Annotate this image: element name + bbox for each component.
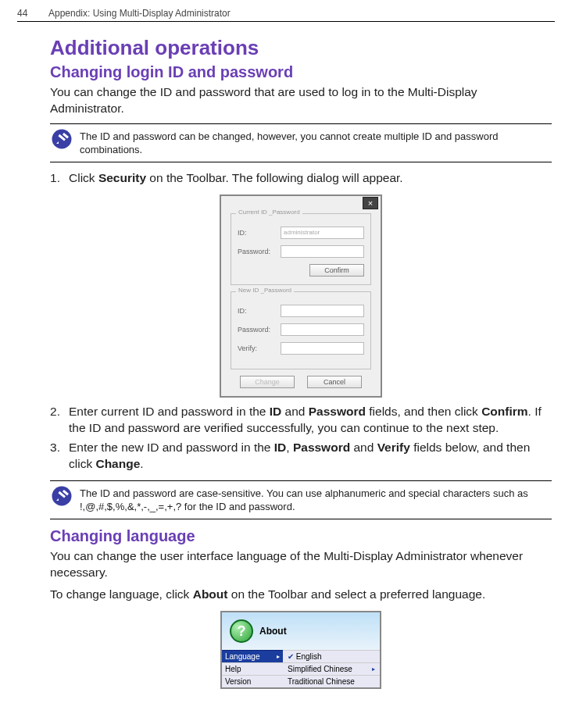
- submenu-item-sc[interactable]: Simplified Chinese ▸: [283, 662, 380, 675]
- security-dialog: × Current ID _Password ID: administrator…: [220, 194, 382, 398]
- t: fields, and then click: [366, 405, 481, 418]
- new-id-label: ID:: [238, 307, 281, 315]
- page-header: 44 Appendix: Using Multi-Display Adminis…: [17, 8, 555, 19]
- step1-pre: Click: [69, 171, 98, 184]
- t: About: [193, 587, 228, 601]
- chevron-right-icon: ▸: [372, 666, 375, 673]
- close-icon[interactable]: ×: [363, 197, 378, 209]
- t: To change language, click: [50, 587, 193, 601]
- t: Verify: [377, 441, 410, 454]
- verify-label: Verify:: [238, 344, 281, 352]
- note-text-2: The ID and password are case-sensitive. …: [80, 486, 552, 514]
- t: Enter current ID and password in the: [69, 405, 270, 418]
- new-id-group-title: New ID _Password: [236, 287, 294, 294]
- current-id-group: Current ID _Password ID: administrator P…: [231, 213, 371, 285]
- step1-post: on the Toolbar. The following dialog wil…: [146, 171, 403, 184]
- current-id-group-title: Current ID _Password: [236, 209, 302, 216]
- step-2: Enter current ID and password in the ID …: [50, 404, 552, 437]
- t: Change: [95, 457, 140, 470]
- t: Password: [293, 441, 350, 454]
- t: Confirm: [481, 405, 527, 418]
- submenu-item-tc[interactable]: Traditional Chinese: [283, 675, 380, 687]
- steps-list-cont: Enter current ID and password in the ID …: [50, 404, 552, 473]
- new-id-group: New ID _Password ID: Password: Verify:: [231, 291, 371, 369]
- note-text-1: The ID and password can be changed, howe…: [80, 129, 552, 157]
- verify-field[interactable]: [281, 342, 364, 355]
- t: Simplified Chinese: [288, 665, 352, 673]
- steps-list: Click Security on the Toolbar. The follo…: [50, 170, 552, 187]
- id-field[interactable]: administrator: [281, 227, 364, 239]
- confirm-button[interactable]: Confirm: [309, 264, 364, 277]
- check-icon: ✔: [288, 652, 294, 661]
- t: on the Toolbar and select a preferred la…: [227, 587, 485, 601]
- about-menu: ? About Language ▸ ✔ English Help Simpli…: [220, 611, 381, 689]
- t: .: [140, 457, 143, 470]
- id-label: ID:: [238, 229, 281, 237]
- lang-p2: To change language, click About on the T…: [50, 587, 552, 603]
- t: ID: [274, 441, 287, 454]
- t: Enter the new ID and password in the: [69, 441, 274, 454]
- running-title: Appendix: Using Multi-Display Administra…: [48, 8, 231, 19]
- t: Password: [309, 405, 366, 418]
- about-menu-figure: ? About Language ▸ ✔ English Help Simpli…: [50, 611, 552, 689]
- pencil-icon: [52, 486, 72, 506]
- change-button[interactable]: Change: [240, 376, 295, 388]
- about-label: About: [259, 626, 287, 637]
- step1-bold: Security: [98, 171, 146, 184]
- t: ID: [270, 405, 282, 418]
- step-3: Enter the new ID and password in the ID,…: [50, 440, 552, 473]
- menu-item-version[interactable]: Version: [222, 675, 283, 687]
- t: and: [350, 441, 377, 454]
- menu-item-language[interactable]: Language ▸: [222, 650, 283, 662]
- t: ,: [286, 441, 293, 454]
- password-field[interactable]: [281, 245, 364, 258]
- note-block-1: The ID and password can be changed, howe…: [50, 123, 552, 162]
- question-icon: ?: [230, 619, 253, 643]
- new-password-field[interactable]: [281, 323, 364, 336]
- pencil-icon: [52, 129, 72, 149]
- cancel-button[interactable]: Cancel: [307, 376, 362, 388]
- intro-paragraph: You can change the ID and password that …: [50, 84, 552, 117]
- menu-item-help[interactable]: Help: [222, 662, 283, 675]
- new-id-field[interactable]: [281, 305, 364, 317]
- t: and: [281, 405, 308, 418]
- t: English: [296, 652, 322, 661]
- subsection-title-login: Changing login ID and password: [50, 63, 552, 81]
- step-1: Click Security on the Toolbar. The follo…: [50, 170, 552, 187]
- chevron-right-icon: ▸: [277, 653, 280, 660]
- lang-p1: You can change the user interface langua…: [50, 548, 552, 581]
- about-toolbar-button[interactable]: ? About: [222, 612, 380, 650]
- new-password-label: Password:: [238, 326, 281, 334]
- subsection-title-language: Changing language: [50, 527, 552, 545]
- note-block-2: The ID and password are case-sensitive. …: [50, 480, 552, 519]
- page-number: 44: [17, 8, 48, 19]
- t: Language: [225, 652, 260, 661]
- header-rule: [17, 21, 555, 22]
- password-label: Password:: [238, 248, 281, 255]
- security-dialog-figure: × Current ID _Password ID: administrator…: [50, 194, 552, 398]
- submenu-item-english[interactable]: ✔ English: [283, 650, 380, 662]
- section-title: Additional operations: [50, 36, 552, 60]
